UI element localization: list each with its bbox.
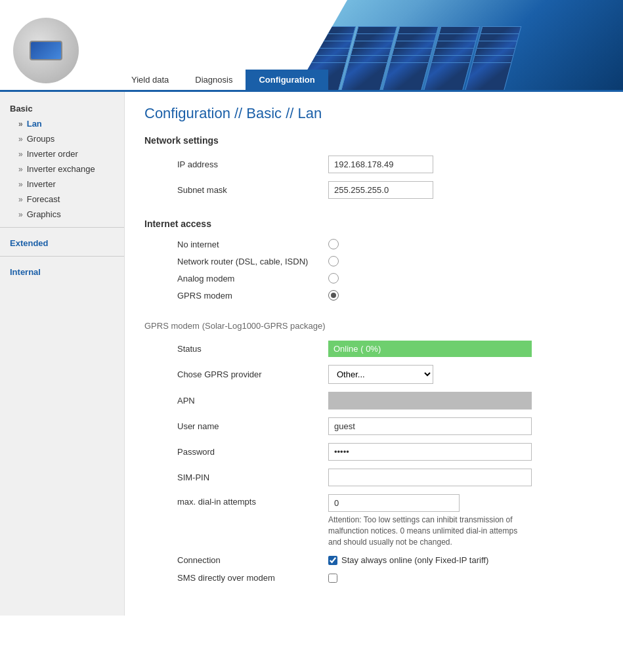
radio-no-internet-row: No internet: [144, 239, 603, 249]
connection-row: Connection Stay always online (only Fixe…: [144, 555, 603, 565]
header: Yield data Diagnosis Configuration: [0, 0, 623, 92]
username-label: User name: [144, 421, 328, 431]
max-dialin-input[interactable]: [328, 494, 460, 512]
page-title: Configuration // Basic // Lan: [144, 105, 603, 122]
gprs-provider-row: Chose GPRS provider Other...: [144, 365, 603, 384]
subnet-mask-input[interactable]: [328, 181, 433, 199]
status-row: Status Online ( 0%): [144, 341, 603, 357]
sidebar-item-lan[interactable]: Lan: [0, 116, 124, 131]
simpin-row: SIM-PIN: [144, 469, 603, 486]
solar-panels-decoration: [295, 0, 623, 92]
tab-yield-data[interactable]: Yield data: [118, 70, 182, 90]
solar-background: [295, 0, 623, 92]
sms-checkbox[interactable]: [328, 574, 337, 583]
sidebar-item-inverter-order[interactable]: Inverter order: [0, 146, 124, 161]
apn-row: APN: [144, 392, 603, 410]
status-label: Status: [144, 344, 328, 354]
subnet-mask-label: Subnet mask: [144, 185, 328, 195]
radio-network-router-btn[interactable]: [328, 256, 339, 266]
password-input[interactable]: [328, 443, 532, 461]
content-area: Configuration // Basic // Lan Network se…: [125, 92, 623, 616]
max-dialin-label: max. dial-in attempts: [144, 494, 328, 507]
gprs-provider-label: Chose GPRS provider: [144, 369, 328, 379]
username-input[interactable]: [328, 417, 532, 435]
radio-no-internet-btn[interactable]: [328, 239, 339, 249]
logo: [0, 11, 92, 90]
sms-row: SMS directly over modem: [144, 573, 603, 583]
sidebar-divider-2: [0, 256, 124, 257]
internet-access-title: Internet access: [144, 219, 603, 229]
sidebar-item-graphics[interactable]: Graphics: [0, 207, 124, 222]
max-dialin-row: max. dial-in attempts Attention: Too low…: [144, 494, 603, 547]
password-label: Password: [144, 447, 328, 457]
ip-address-input[interactable]: [328, 156, 433, 173]
stay-online-checkbox[interactable]: [328, 556, 337, 565]
gprs-modem-section: GPRS modem (Solar-Log1000-GPRS package) …: [144, 320, 603, 583]
internet-access-section: Internet access No internet Network rout…: [144, 219, 603, 301]
sidebar-divider-1: [0, 227, 124, 228]
gprs-modem-title: GPRS modem (Solar-Log1000-GPRS package): [144, 320, 603, 331]
max-dialin-value-col: Attention: Too low settings can inhibit …: [328, 494, 532, 547]
sidebar-extended-title[interactable]: Extended: [0, 233, 124, 251]
radio-no-internet-label: No internet: [144, 240, 328, 249]
tab-configuration[interactable]: Configuration: [246, 70, 328, 90]
simpin-label: SIM-PIN: [144, 472, 328, 482]
apn-label: APN: [144, 396, 328, 406]
network-settings-section: Network settings IP address Subnet mask: [144, 135, 603, 199]
ip-address-label: IP address: [144, 159, 328, 169]
sidebar-item-forecast[interactable]: Forecast: [0, 192, 124, 207]
sidebar-item-groups[interactable]: Groups: [0, 131, 124, 146]
simpin-input[interactable]: [328, 469, 532, 486]
apn-input[interactable]: [328, 392, 532, 410]
sidebar-basic-title: Basic: [0, 98, 124, 116]
logo-screen: [30, 41, 62, 60]
network-settings-title: Network settings: [144, 135, 603, 146]
main-layout: Basic Lan Groups Inverter order Inverter…: [0, 92, 623, 616]
radio-gprs-modem-label: GPRS modem: [144, 291, 328, 301]
password-row: Password: [144, 443, 603, 461]
gprs-provider-select[interactable]: Other...: [328, 365, 433, 384]
sidebar-internal-title[interactable]: Internal: [0, 262, 124, 280]
radio-network-router-label: Network router (DSL, cable, ISDN): [144, 257, 328, 266]
stay-online-label: Stay always online (only Fixed-IP tariff…: [341, 555, 488, 565]
solar-panel-group: [299, 26, 522, 92]
sms-checkbox-row: [328, 574, 337, 583]
ip-address-row: IP address: [144, 156, 603, 173]
radio-gprs-modem-row: GPRS modem: [144, 290, 603, 301]
radio-analog-modem-label: Analog modem: [144, 274, 328, 284]
connection-label: Connection: [144, 555, 328, 565]
radio-gprs-modem-btn[interactable]: [328, 290, 339, 301]
radio-analog-modem-btn[interactable]: [328, 273, 339, 284]
status-bar: Online ( 0%): [328, 341, 532, 357]
subnet-mask-row: Subnet mask: [144, 181, 603, 199]
sms-label: SMS directly over modem: [144, 573, 328, 583]
sidebar-item-inverter[interactable]: Inverter: [0, 177, 124, 192]
gprs-modem-package: (Solar-Log1000-GPRS package): [202, 321, 326, 331]
radio-analog-modem-row: Analog modem: [144, 273, 603, 284]
username-row: User name: [144, 417, 603, 435]
sidebar: Basic Lan Groups Inverter order Inverter…: [0, 92, 125, 616]
attention-note: Attention: Too low settings can inhibit …: [328, 514, 532, 547]
nav-tabs: Yield data Diagnosis Configuration: [118, 70, 328, 90]
stay-online-checkbox-row: Stay always online (only Fixed-IP tariff…: [328, 555, 488, 565]
tab-diagnosis[interactable]: Diagnosis: [182, 70, 246, 90]
sidebar-item-inverter-exchange[interactable]: Inverter exchange: [0, 161, 124, 177]
logo-circle: [13, 18, 79, 83]
radio-network-router-row: Network router (DSL, cable, ISDN): [144, 256, 603, 266]
